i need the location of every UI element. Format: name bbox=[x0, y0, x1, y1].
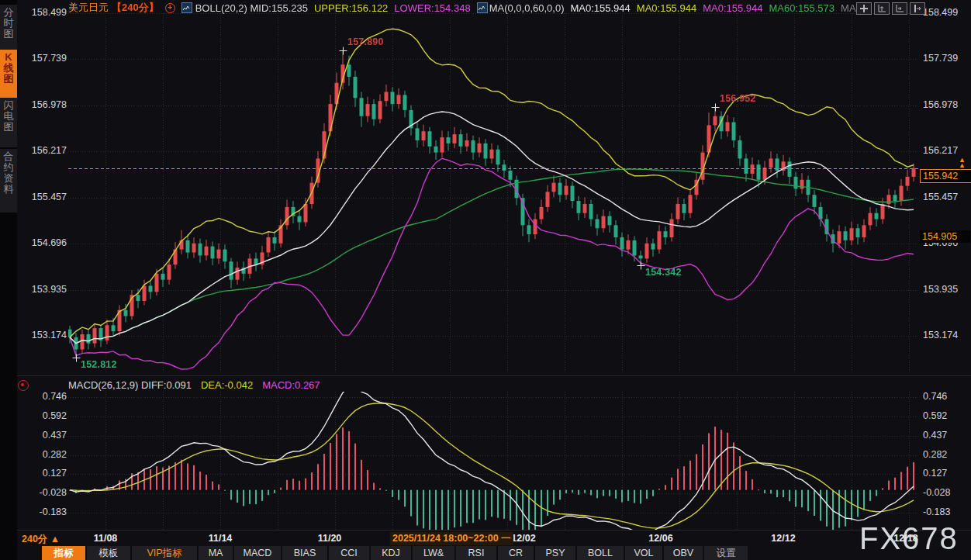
macd-axis-label-left: -0.028 bbox=[22, 487, 67, 498]
add-indicator-icon[interactable]: + bbox=[165, 3, 175, 13]
sidebar-tab-1[interactable]: 分 时 图 bbox=[0, 5, 17, 51]
price-axis-label-right: 158.499 bbox=[923, 7, 969, 18]
bottom-divider bbox=[17, 530, 971, 531]
price-axis-label-right: 155.457 bbox=[923, 192, 969, 202]
scale-up-tool-icon[interactable] bbox=[874, 2, 890, 15]
toolbar-button-CR[interactable]: CR bbox=[498, 546, 534, 560]
symbol-title: 美元日元 bbox=[68, 1, 109, 15]
date-tick-11/14: 11/14 bbox=[209, 533, 233, 544]
macd-axis-label-left: -0.183 bbox=[22, 506, 67, 517]
toolbar-button-LW&[interactable]: LW& bbox=[413, 546, 454, 560]
price-axis-label-right: 153.935 bbox=[923, 284, 969, 295]
chart-tool-buttons bbox=[856, 2, 925, 15]
sidebar-tab-2[interactable]: K 线 图 bbox=[0, 50, 17, 98]
toolbar-button-指标[interactable]: 指标 bbox=[42, 546, 85, 560]
price-axis-label-right: 157.739 bbox=[923, 53, 969, 64]
price-axis-label-left: 155.457 bbox=[22, 192, 67, 202]
sidebar-tab-4[interactable]: 合 约 资 料 bbox=[0, 149, 17, 213]
price-axis-label-left: 156.978 bbox=[22, 99, 67, 110]
price-annotation-152.812: 152.812 bbox=[81, 359, 117, 370]
macd-axis-label-left: 0.282 bbox=[22, 449, 67, 460]
boll-chart-icon bbox=[181, 2, 192, 13]
toolbar-button-MA[interactable]: MA bbox=[199, 546, 233, 560]
boll-upper-value: UPPER:156.122 bbox=[314, 2, 388, 14]
toolbar-button-RSI[interactable]: RSI bbox=[456, 546, 496, 560]
toolbar-button-KDJ[interactable]: KDJ bbox=[371, 546, 411, 560]
macd-params-label: MACD(26,12,9) DIFF:0.091 bbox=[68, 379, 192, 391]
price-axis-label-right: 156.978 bbox=[923, 99, 969, 110]
panel-divider bbox=[17, 375, 971, 376]
macd-dea-value: DEA:-0.042 bbox=[201, 379, 253, 391]
toolbar-button-VOL[interactable]: VOL bbox=[625, 546, 662, 560]
price-axis-label-right: 153.174 bbox=[923, 330, 969, 340]
price-annotation-157.890: 157.890 bbox=[347, 36, 384, 47]
toolbar-button-CCI[interactable]: CCI bbox=[329, 546, 369, 560]
ma0-magenta-value: MA0:155.944 bbox=[703, 2, 762, 14]
period-selector[interactable]: 240分 ▲ bbox=[22, 533, 60, 546]
macd-axis-label-left: 0.437 bbox=[22, 430, 67, 441]
toolbar-button-设置[interactable]: 设置 bbox=[704, 546, 748, 560]
macd-axis-label-right: 0.592 bbox=[923, 410, 969, 421]
price-axis-label-left: 154.696 bbox=[22, 237, 67, 248]
marked-price-tag: 154.905 bbox=[920, 230, 970, 243]
candlestick-chart-canvas[interactable] bbox=[68, 11, 919, 374]
indicator-panel-icon[interactable] bbox=[18, 380, 29, 391]
ma0-white-value: MA0:155.944 bbox=[570, 2, 630, 14]
date-tick-12/06: 12/06 bbox=[648, 533, 672, 544]
date-tick-12/12: 12/12 bbox=[771, 533, 795, 544]
toolbar-button-模板[interactable]: 模板 bbox=[87, 546, 130, 560]
price-axis-label-left: 156.217 bbox=[22, 145, 67, 156]
pan-right-tool-icon[interactable] bbox=[910, 2, 925, 15]
toolbar-button-BOLL[interactable]: BOLL bbox=[577, 546, 624, 560]
ma0-yellow-value: MA0:155.944 bbox=[637, 2, 696, 14]
period-label: 【240分】 bbox=[112, 1, 159, 15]
macd-axis-label-left: 0.127 bbox=[22, 468, 67, 479]
scale-right-tool-icon[interactable] bbox=[892, 2, 907, 15]
price-axis-label-right: 156.217 bbox=[923, 145, 969, 156]
macd-axis-label-left: 0.592 bbox=[22, 410, 67, 421]
selected-bar-datetime: 2025/11/24 18:00~22:00 一 bbox=[390, 532, 513, 545]
price-axis-label-left: 153.935 bbox=[22, 284, 67, 295]
boll-lower-value: LOWER:154.348 bbox=[394, 2, 470, 14]
macd-axis-label-right: 0.437 bbox=[923, 430, 969, 441]
price-up-arrow-icon: ▲▲ bbox=[959, 157, 966, 168]
toolbar-button-MACD[interactable]: MACD bbox=[234, 546, 281, 560]
fx678-watermark: FX678 bbox=[859, 521, 959, 556]
price-annotation-156.952: 156.952 bbox=[720, 93, 756, 104]
macd-axis-label-right: 0.282 bbox=[923, 449, 969, 460]
macd-chart-canvas[interactable] bbox=[68, 392, 919, 530]
left-sidebar: 分 时 图K 线 图闪 电 图合 约 资 料 bbox=[0, 0, 17, 560]
macd-axis-label-right: -0.183 bbox=[923, 506, 969, 517]
ma-group-label: MA(0,0,0,60,0,0) bbox=[489, 2, 565, 14]
toolbar-button-VIP指标[interactable]: VIP指标 bbox=[132, 546, 197, 560]
macd-axis-label-left: 0.746 bbox=[22, 391, 67, 402]
macd-axis-label-right: 0.746 bbox=[923, 391, 969, 402]
date-tick-11/20: 11/20 bbox=[318, 533, 342, 544]
indicator-toolbar: 指标模板VIP指标MAMACDBIASCCIKDJLW&RSICRPSYBOLL… bbox=[42, 546, 748, 560]
sidebar-tab-3[interactable]: 闪 电 图 bbox=[0, 98, 17, 147]
ma-chart-icon bbox=[477, 2, 488, 13]
toolbar-button-PSY[interactable]: PSY bbox=[535, 546, 575, 560]
date-tick-11/08: 11/08 bbox=[94, 533, 118, 544]
macd-header: MACD(26,12,9) DIFF:0.091 DEA:-0.042 MACD… bbox=[68, 379, 320, 391]
boll-values: BOLL(20,2) MID:155.235 bbox=[195, 2, 308, 14]
macd-axis-label-right: 0.127 bbox=[923, 468, 969, 479]
macd-value: MACD:0.267 bbox=[262, 379, 320, 391]
current-price-tag: 155.942 bbox=[920, 169, 971, 183]
kline-chart-app: 分 时 图K 线 图闪 电 图合 约 资 料 美元日元 【240分】 + BOL… bbox=[0, 0, 971, 560]
ma60-value: MA60:155.573 bbox=[769, 2, 835, 14]
macd-axis-label-right: -0.028 bbox=[923, 487, 969, 498]
chart-header: 美元日元 【240分】 + BOLL(20,2) MID:155.235 UPP… bbox=[68, 2, 864, 14]
toolbar-button-OBV[interactable]: OBV bbox=[664, 546, 703, 560]
price-annotation-154.342: 154.342 bbox=[645, 267, 682, 278]
date-tick-12/02: 12/02 bbox=[511, 533, 535, 544]
price-axis-label-left: 157.739 bbox=[22, 53, 67, 64]
toolbar-button-BIAS[interactable]: BIAS bbox=[282, 546, 327, 560]
price-axis-label-left: 158.499 bbox=[22, 7, 67, 18]
price-axis-label-left: 153.174 bbox=[22, 330, 67, 340]
crosshair-tool-icon[interactable] bbox=[856, 2, 872, 15]
